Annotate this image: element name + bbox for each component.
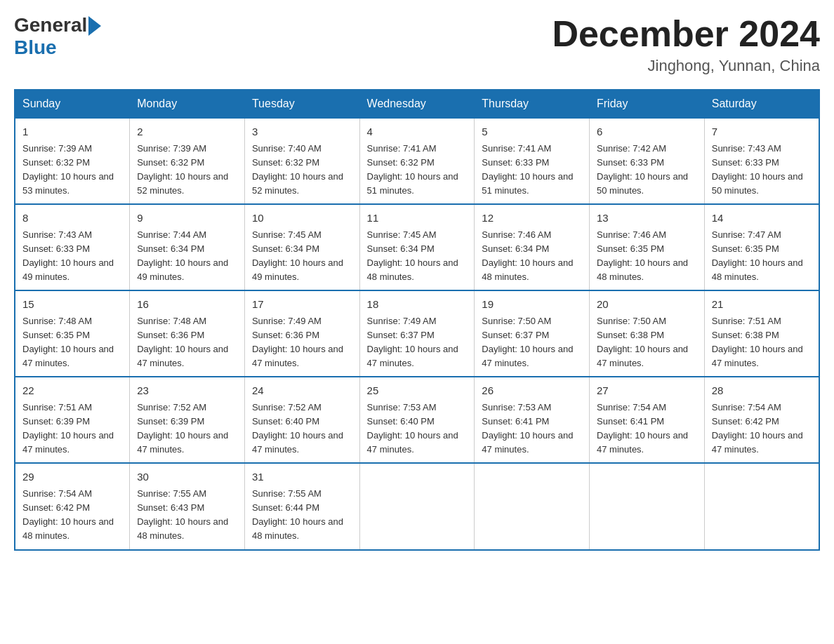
day-number: 2 xyxy=(137,124,237,140)
day-number: 4 xyxy=(367,124,468,140)
calendar-week-row: 1Sunrise: 7:39 AMSunset: 6:32 PMDaylight… xyxy=(15,118,819,204)
logo-arrow-icon xyxy=(88,16,101,36)
day-number: 3 xyxy=(252,124,352,140)
calendar-cell: 7Sunrise: 7:43 AMSunset: 6:33 PMDaylight… xyxy=(704,118,819,204)
calendar-cell: 23Sunrise: 7:52 AMSunset: 6:39 PMDayligh… xyxy=(130,377,245,463)
day-number: 25 xyxy=(367,383,468,399)
calendar-cell: 18Sunrise: 7:49 AMSunset: 6:37 PMDayligh… xyxy=(359,290,475,377)
calendar-cell xyxy=(475,463,590,549)
calendar-cell: 1Sunrise: 7:39 AMSunset: 6:32 PMDaylight… xyxy=(15,118,130,204)
calendar-cell: 16Sunrise: 7:48 AMSunset: 6:36 PMDayligh… xyxy=(130,290,245,377)
calendar-cell: 19Sunrise: 7:50 AMSunset: 6:37 PMDayligh… xyxy=(475,290,590,377)
day-info: Sunrise: 7:54 AMSunset: 6:42 PMDaylight:… xyxy=(712,402,803,455)
header-wednesday: Wednesday xyxy=(359,90,475,118)
day-info: Sunrise: 7:45 AMSunset: 6:34 PMDaylight:… xyxy=(367,229,458,282)
calendar-week-row: 15Sunrise: 7:48 AMSunset: 6:35 PMDayligh… xyxy=(15,290,819,377)
day-number: 30 xyxy=(137,469,237,485)
calendar-cell xyxy=(590,463,705,549)
calendar-cell: 2Sunrise: 7:39 AMSunset: 6:32 PMDaylight… xyxy=(130,118,245,204)
day-number: 9 xyxy=(137,210,237,227)
day-number: 8 xyxy=(22,210,122,227)
day-number: 26 xyxy=(482,383,582,399)
calendar-cell: 29Sunrise: 7:54 AMSunset: 6:42 PMDayligh… xyxy=(15,463,130,549)
calendar-table: SundayMondayTuesdayWednesdayThursdayFrid… xyxy=(14,89,820,550)
calendar-cell: 11Sunrise: 7:45 AMSunset: 6:34 PMDayligh… xyxy=(359,204,475,290)
day-number: 11 xyxy=(367,210,468,227)
day-number: 1 xyxy=(22,124,122,140)
day-info: Sunrise: 7:55 AMSunset: 6:43 PMDaylight:… xyxy=(137,488,228,541)
day-number: 20 xyxy=(597,297,697,313)
calendar-cell: 17Sunrise: 7:49 AMSunset: 6:36 PMDayligh… xyxy=(244,290,359,377)
location-subtitle: Jinghong, Yunnan, China xyxy=(552,57,820,75)
calendar-week-row: 29Sunrise: 7:54 AMSunset: 6:42 PMDayligh… xyxy=(15,463,819,549)
header-thursday: Thursday xyxy=(475,90,590,118)
logo: General Blue xyxy=(14,14,101,59)
calendar-cell: 20Sunrise: 7:50 AMSunset: 6:38 PMDayligh… xyxy=(590,290,705,377)
day-info: Sunrise: 7:44 AMSunset: 6:34 PMDaylight:… xyxy=(137,229,228,282)
header-tuesday: Tuesday xyxy=(244,90,359,118)
calendar-week-row: 22Sunrise: 7:51 AMSunset: 6:39 PMDayligh… xyxy=(15,377,819,463)
day-info: Sunrise: 7:48 AMSunset: 6:35 PMDaylight:… xyxy=(22,316,114,368)
day-info: Sunrise: 7:43 AMSunset: 6:33 PMDaylight:… xyxy=(22,229,114,282)
header-monday: Monday xyxy=(130,90,245,118)
day-number: 22 xyxy=(22,383,122,399)
day-number: 23 xyxy=(137,383,237,399)
day-number: 18 xyxy=(367,297,468,313)
day-info: Sunrise: 7:52 AMSunset: 6:39 PMDaylight:… xyxy=(137,402,228,455)
day-number: 27 xyxy=(597,383,697,399)
day-info: Sunrise: 7:49 AMSunset: 6:37 PMDaylight:… xyxy=(367,316,458,368)
calendar-header-row: SundayMondayTuesdayWednesdayThursdayFrid… xyxy=(15,90,819,118)
calendar-cell: 13Sunrise: 7:46 AMSunset: 6:35 PMDayligh… xyxy=(590,204,705,290)
day-info: Sunrise: 7:48 AMSunset: 6:36 PMDaylight:… xyxy=(137,316,228,368)
calendar-cell: 21Sunrise: 7:51 AMSunset: 6:38 PMDayligh… xyxy=(704,290,819,377)
day-info: Sunrise: 7:46 AMSunset: 6:34 PMDaylight:… xyxy=(482,229,573,282)
day-number: 17 xyxy=(252,297,352,313)
day-info: Sunrise: 7:54 AMSunset: 6:41 PMDaylight:… xyxy=(597,402,688,455)
day-info: Sunrise: 7:49 AMSunset: 6:36 PMDaylight:… xyxy=(252,316,343,368)
calendar-cell: 8Sunrise: 7:43 AMSunset: 6:33 PMDaylight… xyxy=(15,204,130,290)
month-year-title: December 2024 xyxy=(552,14,820,54)
day-number: 24 xyxy=(252,383,352,399)
logo-blue-text: Blue xyxy=(14,36,57,59)
calendar-cell: 3Sunrise: 7:40 AMSunset: 6:32 PMDaylight… xyxy=(244,118,359,204)
calendar-cell: 27Sunrise: 7:54 AMSunset: 6:41 PMDayligh… xyxy=(590,377,705,463)
day-info: Sunrise: 7:41 AMSunset: 6:32 PMDaylight:… xyxy=(367,143,458,196)
calendar-cell: 6Sunrise: 7:42 AMSunset: 6:33 PMDaylight… xyxy=(590,118,705,204)
day-number: 21 xyxy=(712,297,812,313)
day-number: 12 xyxy=(482,210,582,227)
day-number: 29 xyxy=(22,469,122,485)
day-number: 6 xyxy=(597,124,697,140)
day-info: Sunrise: 7:51 AMSunset: 6:38 PMDaylight:… xyxy=(712,316,803,368)
day-info: Sunrise: 7:53 AMSunset: 6:41 PMDaylight:… xyxy=(482,402,573,455)
day-number: 5 xyxy=(482,124,582,140)
day-number: 31 xyxy=(252,469,352,485)
day-info: Sunrise: 7:46 AMSunset: 6:35 PMDaylight:… xyxy=(597,229,688,282)
calendar-cell: 5Sunrise: 7:41 AMSunset: 6:33 PMDaylight… xyxy=(475,118,590,204)
day-info: Sunrise: 7:45 AMSunset: 6:34 PMDaylight:… xyxy=(252,229,343,282)
calendar-cell: 10Sunrise: 7:45 AMSunset: 6:34 PMDayligh… xyxy=(244,204,359,290)
calendar-cell: 28Sunrise: 7:54 AMSunset: 6:42 PMDayligh… xyxy=(704,377,819,463)
title-section: December 2024 Jinghong, Yunnan, China xyxy=(552,14,820,75)
header-friday: Friday xyxy=(590,90,705,118)
calendar-cell: 24Sunrise: 7:52 AMSunset: 6:40 PMDayligh… xyxy=(244,377,359,463)
day-info: Sunrise: 7:54 AMSunset: 6:42 PMDaylight:… xyxy=(22,488,114,541)
day-info: Sunrise: 7:52 AMSunset: 6:40 PMDaylight:… xyxy=(252,402,343,455)
calendar-cell: 4Sunrise: 7:41 AMSunset: 6:32 PMDaylight… xyxy=(359,118,475,204)
day-number: 16 xyxy=(137,297,237,313)
day-info: Sunrise: 7:47 AMSunset: 6:35 PMDaylight:… xyxy=(712,229,803,282)
day-info: Sunrise: 7:50 AMSunset: 6:37 PMDaylight:… xyxy=(482,316,573,368)
day-info: Sunrise: 7:50 AMSunset: 6:38 PMDaylight:… xyxy=(597,316,688,368)
day-info: Sunrise: 7:40 AMSunset: 6:32 PMDaylight:… xyxy=(252,143,343,196)
calendar-cell xyxy=(359,463,475,549)
day-info: Sunrise: 7:53 AMSunset: 6:40 PMDaylight:… xyxy=(367,402,458,455)
day-info: Sunrise: 7:51 AMSunset: 6:39 PMDaylight:… xyxy=(22,402,114,455)
calendar-cell xyxy=(704,463,819,549)
day-info: Sunrise: 7:39 AMSunset: 6:32 PMDaylight:… xyxy=(22,143,114,196)
header-saturday: Saturday xyxy=(704,90,819,118)
day-number: 10 xyxy=(252,210,352,227)
calendar-cell: 22Sunrise: 7:51 AMSunset: 6:39 PMDayligh… xyxy=(15,377,130,463)
calendar-cell: 15Sunrise: 7:48 AMSunset: 6:35 PMDayligh… xyxy=(15,290,130,377)
day-info: Sunrise: 7:43 AMSunset: 6:33 PMDaylight:… xyxy=(712,143,803,196)
day-number: 14 xyxy=(712,210,812,227)
calendar-cell: 30Sunrise: 7:55 AMSunset: 6:43 PMDayligh… xyxy=(130,463,245,549)
